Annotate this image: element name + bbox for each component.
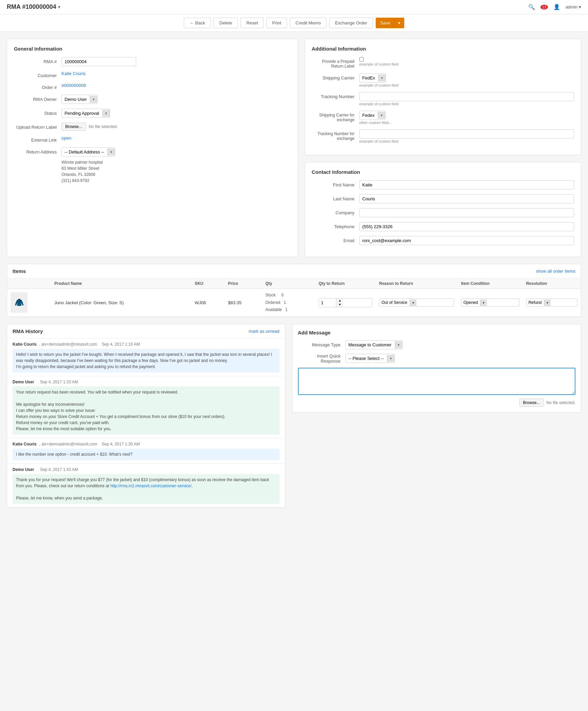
upload-browse-button[interactable]: Browse... bbox=[61, 123, 86, 131]
product-price: $83.35 bbox=[228, 300, 242, 305]
reset-button[interactable]: Reset bbox=[240, 18, 264, 28]
status-label: Status bbox=[14, 109, 61, 116]
top-bar-right: 🔍 13 👤 admin ▾ bbox=[528, 4, 581, 10]
admin-label[interactable]: admin ▾ bbox=[566, 4, 581, 10]
address-block: Winnie palmer hospital83 West Miller Str… bbox=[61, 159, 291, 184]
return-address-select[interactable]: -- Default Address -- bbox=[62, 148, 107, 156]
save-dropdown-button[interactable]: ▾ bbox=[394, 18, 404, 28]
notification-badge[interactable]: 13 bbox=[540, 5, 548, 10]
telephone-input[interactable] bbox=[359, 222, 574, 231]
condition-select[interactable]: Opened bbox=[461, 299, 480, 306]
tracking-number-input[interactable] bbox=[359, 92, 574, 101]
message-2-body: Your return request has been received. Y… bbox=[13, 386, 280, 435]
rma-owner-select[interactable]: Demo User bbox=[62, 95, 90, 104]
items-table: Product Name SKU Price Qty Qty to Return… bbox=[7, 278, 581, 317]
message-type-select[interactable]: Message to Customer bbox=[346, 341, 395, 349]
status-select[interactable]: Pending Approval bbox=[62, 109, 102, 117]
upload-no-file: No file selected. bbox=[89, 124, 118, 129]
price-cell: $83.35 bbox=[225, 289, 262, 317]
col-condition: Item Condition bbox=[458, 278, 522, 289]
message-textarea[interactable] bbox=[298, 368, 576, 395]
email-input[interactable] bbox=[359, 236, 574, 245]
general-info-title: General Information bbox=[14, 46, 291, 52]
status-row: Status Pending Approval ▾ bbox=[14, 109, 291, 118]
shipping-exchange-select[interactable]: Fedex bbox=[360, 111, 378, 120]
save-group: Save ▾ bbox=[376, 18, 404, 28]
message-2-date: Sep 4, 2017 1:33 AM bbox=[40, 380, 78, 384]
company-input[interactable] bbox=[359, 208, 574, 217]
message-browse-button[interactable]: Browse... bbox=[519, 399, 544, 407]
message-2: Demo User Sep 4, 2017 1:33 AM Your retur… bbox=[7, 376, 285, 438]
product-name-cell: Juno Jacket (Color: Green, Size: S) bbox=[51, 289, 191, 317]
col-resolution: Resolution bbox=[523, 278, 581, 289]
top-section: General Information RMA # Customer Katie… bbox=[7, 39, 581, 257]
quick-response-select[interactable]: -- Please Select -- bbox=[346, 354, 387, 363]
credit-memo-button[interactable]: Credit Memo bbox=[290, 18, 326, 28]
prepaid-label: Provide a Prepaid Return Label bbox=[312, 57, 359, 69]
first-name-input[interactable] bbox=[359, 180, 574, 189]
message-4-date: Sep 4, 2017 1:43 AM bbox=[40, 467, 78, 472]
order-number-row: Order # #000000006 bbox=[14, 83, 291, 90]
status-arrow: ▾ bbox=[102, 110, 110, 117]
qty-return-input[interactable] bbox=[319, 298, 336, 307]
return-conditions-link[interactable]: http://rma.m2.mirasvit.com/customer-serv… bbox=[110, 484, 191, 488]
exchange-order-button[interactable]: Exchange Order bbox=[329, 18, 373, 28]
last-name-row: Last Name bbox=[312, 194, 574, 203]
shipping-carrier-select[interactable]: FedEx bbox=[360, 74, 378, 82]
qty-up-button[interactable]: ▲ bbox=[336, 298, 343, 303]
additional-info-title: Additional Information bbox=[312, 46, 574, 52]
external-link[interactable]: open bbox=[61, 135, 71, 141]
reason-select-wrapper: Out of Service ▾ bbox=[379, 298, 454, 307]
reason-cell: Out of Service ▾ bbox=[376, 289, 458, 317]
message-3-email: , alx+demoadmin@mirasvit.com bbox=[39, 442, 97, 446]
user-icon: 👤 bbox=[553, 4, 560, 10]
email-row: Email bbox=[312, 236, 574, 245]
quick-response-label: Insert Quick Response bbox=[298, 353, 345, 364]
tracking-number-label: Tracking Number bbox=[312, 92, 359, 99]
customer-link[interactable]: Katie Couris bbox=[61, 71, 86, 76]
search-icon[interactable]: 🔍 bbox=[528, 4, 535, 10]
external-link-row: External Link open bbox=[14, 135, 291, 143]
contact-info-title: Contact Information bbox=[312, 169, 574, 175]
title-caret[interactable]: ▾ bbox=[58, 5, 60, 10]
back-button[interactable]: ← Back bbox=[184, 18, 211, 28]
product-name: Juno Jacket (Color: Green, Size: S) bbox=[54, 300, 124, 305]
reason-select[interactable]: Out of Service bbox=[379, 299, 410, 306]
quick-response-row: Insert Quick Response -- Please Select -… bbox=[298, 353, 576, 364]
prepaid-row: Provide a Prepaid Return Label example o… bbox=[312, 57, 574, 69]
prepaid-checkbox[interactable] bbox=[359, 57, 364, 61]
save-button[interactable]: Save bbox=[376, 18, 394, 28]
last-name-label: Last Name bbox=[312, 194, 359, 201]
tracking-number-row: Tracking Number example of custom field bbox=[312, 92, 574, 106]
quick-response-select-wrapper: -- Please Select -- ▾ bbox=[345, 354, 395, 363]
resolution-select-wrapper: Refund ▾ bbox=[526, 298, 577, 307]
contact-info-card: Contact Information First Name Last Name… bbox=[305, 162, 582, 257]
message-1: Katie Couris , alx+demoadmin@mirasvit.co… bbox=[7, 339, 285, 376]
message-type-select-wrapper: Message to Customer ▾ bbox=[345, 340, 403, 349]
bottom-section: RMA History mark as unread Katie Couris … bbox=[7, 324, 581, 508]
items-header: Items show all order Items bbox=[7, 264, 581, 278]
last-name-input[interactable] bbox=[359, 194, 574, 203]
mark-as-unread-link[interactable]: mark as unread bbox=[249, 329, 279, 334]
message-1-meta: Katie Couris , alx+demoadmin@mirasvit.co… bbox=[13, 342, 280, 347]
rma-number-input[interactable] bbox=[61, 57, 136, 66]
rma-history-section: RMA History mark as unread Katie Couris … bbox=[7, 324, 285, 508]
show-all-items-link[interactable]: show all order Items bbox=[536, 269, 575, 274]
order-number-link[interactable]: #000000006 bbox=[61, 83, 86, 88]
telephone-label: Telephone bbox=[312, 222, 359, 229]
print-button[interactable]: Print bbox=[266, 18, 287, 28]
message-no-file: No file selected. bbox=[547, 400, 575, 405]
history-title: RMA History bbox=[13, 328, 43, 334]
general-info-card: General Information RMA # Customer Katie… bbox=[7, 39, 298, 257]
qty-down-button[interactable]: ▼ bbox=[336, 303, 343, 307]
delete-button[interactable]: Delete bbox=[214, 18, 238, 28]
file-browse-row: Browse... No file selected. bbox=[298, 399, 576, 407]
sku-cell: WJ06 bbox=[191, 289, 225, 317]
quick-response-arrow: ▾ bbox=[387, 355, 394, 362]
tracking-exchange-input[interactable] bbox=[359, 129, 574, 139]
col-reason: Reason to Return bbox=[376, 278, 458, 289]
resolution-select[interactable]: Refund bbox=[527, 299, 544, 306]
add-message-section: Add Message Message Type Message to Cust… bbox=[292, 324, 582, 413]
shipping-exchange-row: Shipping Carrier for exchange Fedex ▾ ot… bbox=[312, 111, 574, 125]
additional-info-card: Additional Information Provide a Prepaid… bbox=[305, 39, 582, 155]
